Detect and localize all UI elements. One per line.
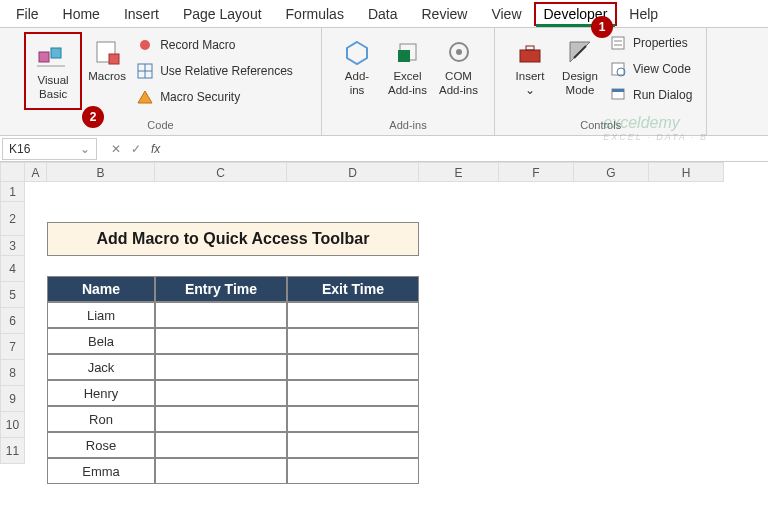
row-header-2[interactable]: 2 [0, 202, 25, 236]
col-header-G[interactable]: G [574, 162, 649, 182]
header-exit[interactable]: Exit Time [287, 276, 419, 302]
design-mode-button[interactable]: DesignMode [555, 32, 605, 106]
row-header-9[interactable]: 9 [0, 386, 25, 412]
callout-2: 2 [82, 106, 104, 128]
row-header-8[interactable]: 8 [0, 360, 25, 386]
exit-cell-5[interactable] [287, 432, 419, 458]
record-macro-button[interactable]: Record Macro [132, 34, 297, 56]
col-header-E[interactable]: E [419, 162, 499, 182]
exit-cell-3[interactable] [287, 380, 419, 406]
row-header-11[interactable]: 11 [0, 438, 25, 464]
fx-icon[interactable]: fx [151, 142, 160, 156]
tab-file[interactable]: File [4, 2, 51, 26]
name-cell-5[interactable]: Rose [47, 432, 155, 458]
com-addins-button[interactable]: COMAdd-ins [433, 32, 484, 102]
visual-basic-button[interactable]: VisualBasic [28, 36, 78, 106]
use-relative-button[interactable]: Use Relative References [132, 60, 297, 82]
name-box-value: K16 [9, 142, 30, 156]
entry-cell-0[interactable] [155, 302, 287, 328]
title-cell[interactable]: Add Macro to Quick Access Toolbar [47, 222, 419, 256]
macro-security-button[interactable]: Macro Security [132, 86, 297, 108]
svg-rect-0 [39, 52, 49, 62]
exit-cell-6[interactable] [287, 458, 419, 484]
col-header-B[interactable]: B [47, 162, 155, 182]
row-header-7[interactable]: 7 [0, 334, 25, 360]
com-addins-icon [443, 36, 475, 68]
entry-cell-1[interactable] [155, 328, 287, 354]
name-box[interactable]: K16 ⌄ [2, 138, 97, 160]
svg-rect-25 [612, 89, 624, 92]
col-header-H[interactable]: H [649, 162, 724, 182]
entry-cell-5[interactable] [155, 432, 287, 458]
worksheet[interactable]: ABCDEFGH 1234567891011 Add Macro to Quic… [0, 162, 768, 182]
tab-data[interactable]: Data [356, 2, 410, 26]
visual-basic-icon [37, 40, 69, 72]
tab-review[interactable]: Review [410, 2, 480, 26]
watermark: exceldemy EXCEL · DATA · B [603, 114, 708, 142]
record-macro-icon [136, 36, 154, 54]
addins-button[interactable]: Add-ins [332, 32, 382, 102]
name-cell-4[interactable]: Ron [47, 406, 155, 432]
name-cell-6[interactable]: Emma [47, 458, 155, 484]
row-header-3[interactable]: 3 [0, 236, 25, 256]
insert-button[interactable]: Insert⌄ [505, 32, 555, 106]
name-cell-2[interactable]: Jack [47, 354, 155, 380]
group-addins-label: Add-ins [389, 117, 426, 133]
col-header-F[interactable]: F [499, 162, 574, 182]
macros-button[interactable]: Macros [82, 32, 132, 110]
row-header-6[interactable]: 6 [0, 308, 25, 334]
svg-rect-12 [398, 50, 410, 62]
svg-rect-19 [612, 37, 624, 49]
chevron-down-icon: ⌄ [80, 142, 90, 156]
col-header-A[interactable]: A [25, 162, 47, 182]
entry-cell-2[interactable] [155, 354, 287, 380]
select-all-corner[interactable] [0, 162, 25, 182]
col-header-D[interactable]: D [287, 162, 419, 182]
visual-basic-label: VisualBasic [38, 74, 69, 102]
excel-addins-button[interactable]: ExcelAdd-ins [382, 32, 433, 102]
exit-cell-0[interactable] [287, 302, 419, 328]
check-icon[interactable]: ✓ [131, 142, 141, 156]
tab-insert[interactable]: Insert [112, 2, 171, 26]
design-mode-label: DesignMode [562, 70, 598, 98]
run-dialog-button[interactable]: Run Dialog [605, 84, 696, 106]
visual-basic-highlight: VisualBasic [24, 32, 82, 110]
exit-cell-1[interactable] [287, 328, 419, 354]
cancel-icon[interactable]: ✕ [111, 142, 121, 156]
col-header-C[interactable]: C [155, 162, 287, 182]
addins-icon [341, 36, 373, 68]
row-header-10[interactable]: 10 [0, 412, 25, 438]
tab-home[interactable]: Home [51, 2, 112, 26]
row-header-5[interactable]: 5 [0, 282, 25, 308]
tab-pagelayout[interactable]: Page Layout [171, 2, 274, 26]
row-header-1[interactable]: 1 [0, 182, 25, 202]
name-cell-3[interactable]: Henry [47, 380, 155, 406]
warning-icon [136, 88, 154, 106]
use-relative-label: Use Relative References [160, 64, 293, 78]
svg-rect-15 [520, 50, 540, 62]
entry-cell-3[interactable] [155, 380, 287, 406]
column-headers: ABCDEFGH [25, 162, 768, 182]
run-dialog-icon [609, 86, 627, 104]
properties-button[interactable]: Properties [605, 32, 696, 54]
exit-cell-4[interactable] [287, 406, 419, 432]
group-addins: Add-ins ExcelAdd-ins COMAdd-ins Add-ins [322, 28, 495, 135]
com-addins-label: COMAdd-ins [439, 70, 478, 98]
macros-label: Macros [88, 70, 126, 84]
entry-cell-4[interactable] [155, 406, 287, 432]
entry-cell-6[interactable] [155, 458, 287, 484]
row-header-4[interactable]: 4 [0, 256, 25, 282]
view-code-button[interactable]: View Code [605, 58, 696, 80]
header-name[interactable]: Name [47, 276, 155, 302]
name-cell-1[interactable]: Bela [47, 328, 155, 354]
svg-point-5 [140, 40, 150, 50]
exit-cell-2[interactable] [287, 354, 419, 380]
name-cell-0[interactable]: Liam [47, 302, 155, 328]
tab-formulas[interactable]: Formulas [274, 2, 356, 26]
svg-rect-4 [109, 54, 119, 64]
tab-view[interactable]: View [479, 2, 533, 26]
header-entry[interactable]: Entry Time [155, 276, 287, 302]
tab-help[interactable]: Help [617, 2, 670, 26]
svg-marker-10 [347, 42, 367, 64]
callout-1: 1 [591, 16, 613, 38]
